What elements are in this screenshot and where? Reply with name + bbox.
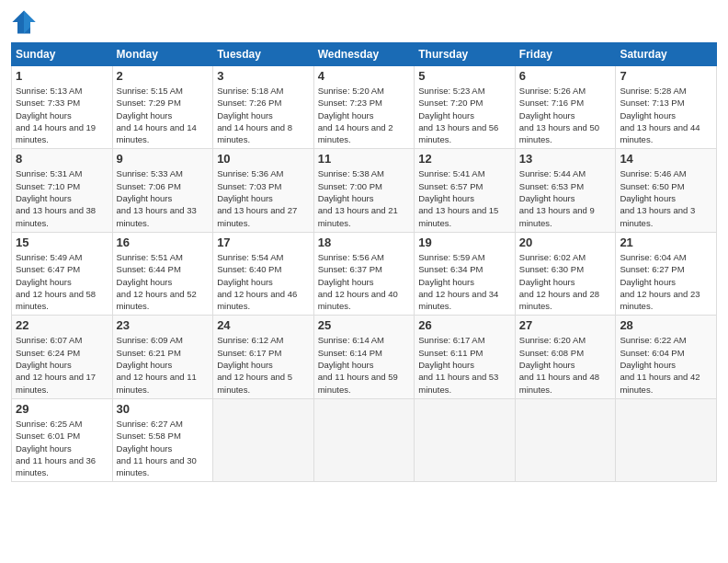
daylight-value: and 13 hours and 21 minutes. (318, 205, 398, 227)
day-cell-10: 10 Sunrise: 5:36 AM Sunset: 7:03 PM Dayl… (213, 149, 314, 232)
week-row-1: 1 Sunrise: 5:13 AM Sunset: 7:33 PM Dayli… (12, 66, 717, 149)
sunrise-label: Sunrise: 5:26 AM (519, 86, 586, 96)
day-number: 19 (418, 236, 511, 249)
week-row-2: 8 Sunrise: 5:31 AM Sunset: 7:10 PM Dayli… (12, 149, 717, 232)
day-info: Sunrise: 5:54 AM Sunset: 6:40 PM Dayligh… (217, 251, 310, 312)
weekday-header-friday: Friday (515, 43, 616, 66)
daylight-label: Daylight hours (217, 110, 273, 121)
day-number: 2 (117, 69, 210, 83)
sunset-label: Sunset: 7:03 PM (217, 181, 281, 191)
day-info: Sunrise: 6:27 AM Sunset: 5:58 PM Dayligh… (117, 418, 210, 478)
daylight-value: and 14 hours and 8 minutes. (217, 122, 292, 144)
day-info: Sunrise: 6:17 AM Sunset: 6:11 PM Dayligh… (418, 334, 511, 395)
day-cell-13: 13 Sunrise: 5:44 AM Sunset: 6:53 PM Dayl… (515, 149, 616, 232)
empty-cell (515, 398, 616, 481)
daylight-value: and 14 hours and 14 minutes. (117, 122, 197, 144)
daylight-label: Daylight hours (620, 110, 676, 121)
sunset-label: Sunset: 5:58 PM (117, 431, 181, 441)
sunset-label: Sunset: 6:37 PM (318, 264, 382, 274)
daylight-value: and 14 hours and 2 minutes. (318, 122, 393, 144)
day-cell-3: 3 Sunrise: 5:18 AM Sunset: 7:26 PM Dayli… (213, 66, 314, 149)
day-number: 21 (620, 236, 712, 249)
day-number: 3 (217, 69, 310, 83)
daylight-label: Daylight hours (318, 277, 374, 287)
day-info: Sunrise: 5:13 AM Sunset: 7:33 PM Dayligh… (16, 85, 108, 145)
day-number: 8 (16, 152, 108, 166)
sunset-label: Sunset: 6:47 PM (16, 264, 80, 274)
day-cell-20: 20 Sunrise: 6:02 AM Sunset: 6:30 PM Dayl… (515, 232, 616, 315)
daylight-label: Daylight hours (519, 193, 575, 203)
empty-cell (313, 398, 415, 481)
daylight-label: Daylight hours (16, 110, 72, 121)
daylight-value: and 12 hours and 11 minutes. (117, 372, 197, 394)
day-cell-11: 11 Sunrise: 5:38 AM Sunset: 7:00 PM Dayl… (313, 149, 415, 232)
sunset-label: Sunset: 6:57 PM (418, 181, 483, 191)
sunrise-label: Sunrise: 6:09 AM (117, 335, 183, 345)
day-cell-9: 9 Sunrise: 5:33 AM Sunset: 7:06 PM Dayli… (112, 149, 213, 232)
daylight-value: and 13 hours and 56 minutes. (418, 122, 498, 144)
day-info: Sunrise: 6:20 AM Sunset: 6:08 PM Dayligh… (519, 334, 612, 395)
daylight-label: Daylight hours (318, 360, 374, 370)
sunrise-label: Sunrise: 5:15 AM (117, 86, 183, 96)
page-container: SundayMondayTuesdayWednesdayThursdayFrid… (0, 0, 728, 491)
daylight-label: Daylight hours (217, 360, 273, 370)
sunrise-label: Sunrise: 6:12 AM (217, 335, 283, 345)
daylight-label: Daylight hours (117, 360, 173, 370)
week-row-4: 22 Sunrise: 6:07 AM Sunset: 6:24 PM Dayl… (12, 316, 717, 398)
daylight-label: Daylight hours (418, 110, 474, 121)
sunrise-label: Sunrise: 5:31 AM (16, 168, 82, 178)
sunrise-label: Sunrise: 6:20 AM (519, 335, 586, 345)
sunrise-label: Sunrise: 5:44 AM (519, 168, 586, 178)
day-info: Sunrise: 5:51 AM Sunset: 6:44 PM Dayligh… (117, 251, 210, 312)
logo (11, 9, 40, 35)
sunrise-label: Sunrise: 5:23 AM (418, 86, 484, 96)
weekday-header-wednesday: Wednesday (313, 43, 415, 66)
sunset-label: Sunset: 7:20 PM (418, 98, 483, 108)
sunset-label: Sunset: 6:24 PM (16, 348, 80, 358)
sunrise-label: Sunrise: 5:13 AM (16, 86, 82, 96)
daylight-value: and 13 hours and 44 minutes. (620, 122, 700, 144)
daylight-value: and 13 hours and 3 minutes. (620, 205, 695, 227)
sunset-label: Sunset: 7:29 PM (117, 98, 181, 108)
day-number: 30 (117, 402, 210, 416)
sunrise-label: Sunrise: 5:28 AM (620, 86, 686, 96)
daylight-label: Daylight hours (217, 193, 273, 203)
day-info: Sunrise: 6:12 AM Sunset: 6:17 PM Dayligh… (217, 334, 310, 395)
day-cell-15: 15 Sunrise: 5:49 AM Sunset: 6:47 PM Dayl… (12, 232, 113, 315)
day-cell-16: 16 Sunrise: 5:51 AM Sunset: 6:44 PM Dayl… (112, 232, 213, 315)
day-number: 13 (519, 152, 612, 166)
daylight-label: Daylight hours (519, 110, 575, 121)
daylight-value: and 12 hours and 5 minutes. (217, 372, 292, 394)
day-cell-7: 7 Sunrise: 5:28 AM Sunset: 7:13 PM Dayli… (616, 66, 717, 149)
sunset-label: Sunset: 6:04 PM (620, 348, 684, 358)
sunrise-label: Sunrise: 5:46 AM (620, 168, 686, 178)
day-number: 9 (117, 152, 210, 166)
sunset-label: Sunset: 6:01 PM (16, 431, 80, 441)
week-row-5: 29 Sunrise: 6:25 AM Sunset: 6:01 PM Dayl… (12, 398, 717, 481)
day-number: 22 (16, 318, 108, 332)
day-cell-17: 17 Sunrise: 5:54 AM Sunset: 6:40 PM Dayl… (213, 232, 314, 315)
daylight-value: and 11 hours and 48 minutes. (519, 372, 599, 394)
day-info: Sunrise: 6:14 AM Sunset: 6:14 PM Dayligh… (318, 334, 411, 395)
daylight-label: Daylight hours (418, 193, 474, 203)
day-cell-26: 26 Sunrise: 6:17 AM Sunset: 6:11 PM Dayl… (415, 316, 516, 398)
day-info: Sunrise: 5:18 AM Sunset: 7:26 PM Dayligh… (217, 85, 310, 145)
day-cell-12: 12 Sunrise: 5:41 AM Sunset: 6:57 PM Dayl… (415, 149, 516, 232)
daylight-value: and 12 hours and 17 minutes. (16, 372, 96, 394)
daylight-label: Daylight hours (620, 193, 676, 203)
day-cell-27: 27 Sunrise: 6:20 AM Sunset: 6:08 PM Dayl… (515, 316, 616, 398)
weekday-header-saturday: Saturday (616, 43, 717, 66)
daylight-label: Daylight hours (117, 443, 173, 454)
sunset-label: Sunset: 7:13 PM (620, 98, 684, 108)
day-number: 18 (318, 236, 411, 249)
sunset-label: Sunset: 7:33 PM (16, 98, 80, 108)
daylight-value: and 12 hours and 58 minutes. (16, 289, 96, 311)
daylight-label: Daylight hours (519, 277, 575, 287)
daylight-label: Daylight hours (16, 443, 72, 454)
day-cell-4: 4 Sunrise: 5:20 AM Sunset: 7:23 PM Dayli… (313, 66, 415, 149)
sunset-label: Sunset: 7:16 PM (519, 98, 584, 108)
day-info: Sunrise: 5:56 AM Sunset: 6:37 PM Dayligh… (318, 251, 411, 312)
daylight-label: Daylight hours (217, 277, 273, 287)
sunrise-label: Sunrise: 6:02 AM (519, 252, 586, 262)
sunset-label: Sunset: 6:53 PM (519, 181, 584, 191)
